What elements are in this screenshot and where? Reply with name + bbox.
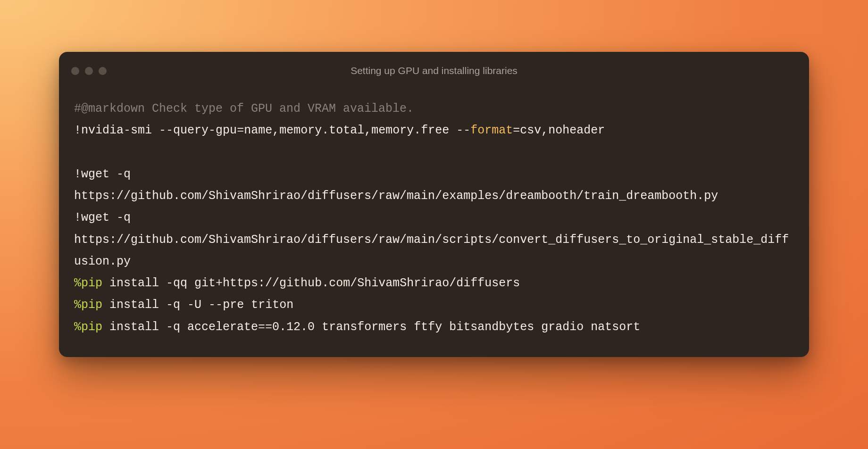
format-flag: format <box>470 124 513 137</box>
url: https://github.com/ShivamShrirao/diffuse… <box>74 189 718 203</box>
shell-bang: ! <box>74 211 81 224</box>
pip-magic: %pip <box>74 298 102 312</box>
minimize-button[interactable] <box>85 67 93 75</box>
code-content[interactable]: #@markdown Check type of GPU and VRAM av… <box>59 80 809 357</box>
window-title: Setting up GPU and installing libraries <box>59 65 809 76</box>
shell-bang: ! <box>74 167 81 181</box>
comment-line: #@markdown Check type of GPU and VRAM av… <box>74 102 414 116</box>
shell-bang: ! <box>74 124 81 137</box>
maximize-button[interactable] <box>99 67 107 75</box>
url: https://github.com/ShivamShrirao/diffuse… <box>74 233 789 268</box>
traffic-lights <box>71 67 107 75</box>
terminal-window: Setting up GPU and installing libraries … <box>59 52 809 357</box>
pip-magic: %pip <box>74 320 102 334</box>
pip-magic: %pip <box>74 276 102 290</box>
titlebar: Setting up GPU and installing libraries <box>59 52 809 80</box>
close-button[interactable] <box>71 67 79 75</box>
